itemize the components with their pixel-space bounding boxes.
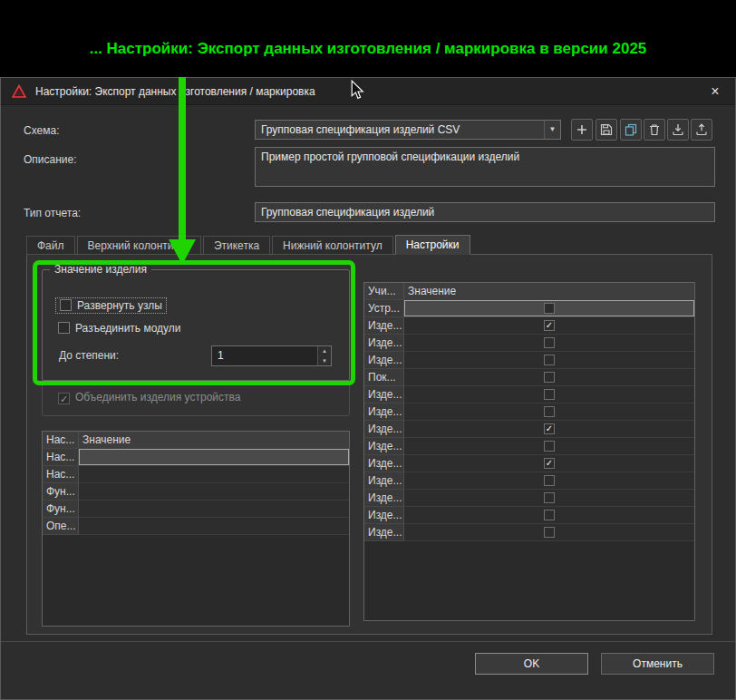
ok-button[interactable]: OK — [475, 653, 588, 675]
row-checkbox[interactable] — [544, 389, 555, 400]
row-header-cell[interactable]: Фун... — [43, 501, 79, 518]
row-checkbox[interactable] — [544, 406, 555, 417]
table-row[interactable]: Изде...✓ — [364, 317, 694, 335]
depth-spinner[interactable]: 1 ▲ ▼ — [211, 345, 332, 366]
close-button[interactable]: × — [704, 82, 726, 102]
row-checkbox[interactable]: ✓ — [544, 423, 555, 434]
tab-0[interactable]: Файл — [26, 236, 75, 255]
table-row[interactable]: Изде...✓ — [364, 455, 694, 472]
chevron-down-icon[interactable]: ▼ — [544, 121, 560, 139]
row-value-cell[interactable] — [79, 449, 349, 466]
row-value-cell[interactable]: ✓ — [404, 317, 694, 335]
delete-schema-button[interactable] — [644, 119, 665, 141]
schema-combobox[interactable]: Групповая спецификация изделий CSV ▼ — [255, 120, 561, 140]
table-row[interactable]: Нас... — [43, 449, 349, 466]
table-row[interactable]: Изде... — [364, 507, 694, 524]
row-value-cell[interactable] — [404, 490, 694, 507]
row-value-cell[interactable] — [404, 403, 694, 421]
row-header-cell[interactable]: Опе... — [43, 518, 79, 535]
add-schema-button[interactable] — [571, 119, 593, 141]
row-header-cell[interactable]: Пок... — [364, 369, 404, 386]
table-row[interactable]: Изде... — [364, 438, 694, 455]
save-schema-button[interactable] — [596, 119, 617, 141]
row-header-cell[interactable]: Изде... — [364, 421, 404, 438]
spin-down-icon[interactable]: ▼ — [318, 356, 331, 366]
row-checkbox[interactable] — [544, 510, 555, 520]
import-schema-button[interactable] — [667, 119, 689, 141]
checkbox-box[interactable] — [60, 299, 72, 311]
table-row[interactable]: Изде... — [364, 335, 694, 352]
row-value-cell[interactable] — [404, 438, 694, 455]
cancel-button[interactable]: Отменить — [601, 653, 714, 675]
row-checkbox[interactable] — [544, 492, 555, 503]
export-schema-button[interactable] — [691, 119, 712, 141]
tab-1[interactable]: Верхний колонтитул — [77, 236, 201, 255]
row-checkbox[interactable] — [544, 303, 555, 314]
row-checkbox[interactable] — [544, 475, 555, 486]
table-row[interactable]: Опе... — [43, 518, 349, 535]
row-header-cell[interactable]: Изде... — [364, 438, 404, 455]
row-value-cell[interactable] — [404, 300, 694, 317]
titlebar[interactable]: Настройки: Экспорт данных изготовления /… — [1, 78, 735, 105]
row-checkbox[interactable] — [544, 527, 555, 538]
column-header[interactable]: Нас... — [43, 432, 79, 449]
copy-schema-button[interactable] — [620, 119, 642, 141]
row-value-cell[interactable] — [404, 386, 694, 403]
row-header-cell[interactable]: Нас... — [43, 449, 79, 466]
row-value-cell[interactable]: ✓ — [404, 455, 694, 472]
row-value-cell[interactable] — [404, 524, 694, 541]
table-row[interactable]: Изде... — [364, 472, 694, 490]
tab-2[interactable]: Этикетка — [203, 236, 270, 255]
row-header-cell[interactable]: Изде... — [364, 455, 404, 472]
table-row[interactable]: Изде... — [364, 352, 694, 369]
row-header-cell[interactable]: Изде... — [364, 386, 404, 403]
row-checkbox[interactable] — [544, 355, 555, 365]
table-row[interactable]: Фун... — [43, 483, 349, 501]
row-value-cell[interactable]: ✓ — [404, 421, 694, 438]
row-header-cell[interactable]: Изде... — [364, 472, 404, 490]
report-type-input[interactable]: Групповая спецификация изделий — [255, 202, 715, 222]
table-row[interactable]: Пок... — [364, 369, 694, 386]
checkbox-box[interactable] — [58, 322, 70, 334]
row-header-cell[interactable]: Изде... — [364, 490, 404, 507]
column-header[interactable]: Учи... — [364, 283, 404, 300]
row-header-cell[interactable]: Фун... — [43, 483, 79, 501]
row-header-cell[interactable]: Устр... — [364, 300, 404, 317]
row-value-cell[interactable] — [79, 466, 349, 483]
row-header-cell[interactable]: Изде... — [364, 352, 404, 369]
row-checkbox[interactable]: ✓ — [544, 320, 555, 331]
row-value-cell[interactable] — [79, 483, 349, 501]
row-value-cell[interactable] — [404, 369, 694, 386]
column-header[interactable]: Значение — [79, 432, 349, 449]
table-row[interactable]: Устр... — [364, 300, 694, 317]
row-checkbox[interactable]: ✓ — [544, 458, 555, 469]
row-value-cell[interactable] — [404, 352, 694, 369]
row-checkbox[interactable] — [544, 441, 555, 452]
column-header[interactable]: Значение — [404, 283, 694, 300]
row-checkbox[interactable] — [544, 337, 555, 348]
row-header-cell[interactable]: Изде... — [364, 317, 404, 335]
row-value-cell[interactable] — [404, 507, 694, 524]
row-checkbox[interactable] — [544, 372, 555, 383]
row-header-cell[interactable]: Нас... — [43, 466, 79, 483]
row-value-cell[interactable] — [79, 518, 349, 535]
table-row[interactable]: Изде... — [364, 386, 694, 403]
table-row[interactable]: Изде... — [364, 524, 694, 541]
row-header-cell[interactable]: Изде... — [364, 507, 404, 524]
table-row[interactable]: Нас... — [43, 466, 349, 483]
description-textarea[interactable]: Пример простой групповой спецификации из… — [255, 147, 715, 187]
table-row[interactable]: Фун... — [43, 501, 349, 518]
row-value-cell[interactable] — [79, 501, 349, 518]
split-modules-checkbox[interactable]: Разъединить модули — [58, 322, 181, 335]
table-row[interactable]: Изде... — [364, 403, 694, 421]
row-value-cell[interactable] — [404, 335, 694, 352]
tab-3[interactable]: Нижний колонтитул — [272, 236, 393, 255]
row-header-cell[interactable]: Изде... — [364, 335, 404, 352]
row-header-cell[interactable]: Изде... — [364, 403, 404, 421]
tab-4[interactable]: Настройки — [395, 235, 470, 255]
table-row[interactable]: Изде...✓ — [364, 421, 694, 438]
spin-up-icon[interactable]: ▲ — [318, 346, 331, 356]
expand-nodes-checkbox[interactable]: Развернуть узлы — [56, 298, 166, 313]
row-header-cell[interactable]: Изде... — [364, 524, 404, 541]
row-value-cell[interactable] — [404, 472, 694, 490]
